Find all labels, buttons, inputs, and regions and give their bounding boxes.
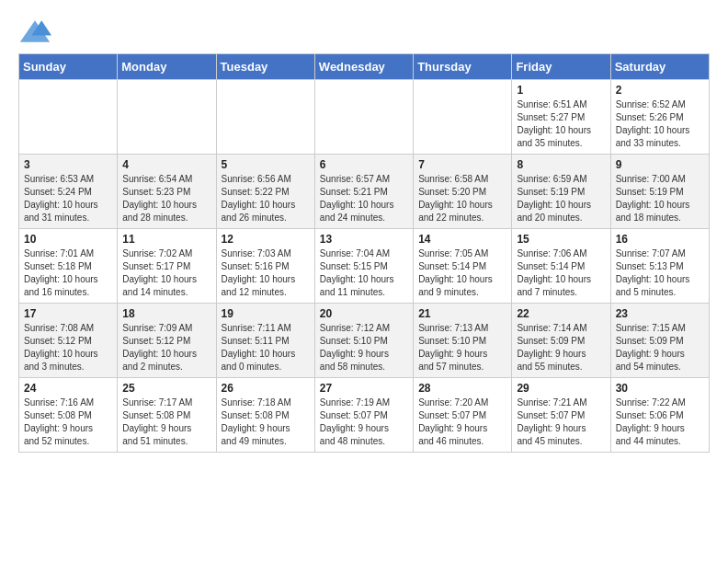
day-number: 12 [222, 233, 310, 246]
day-info: Sunrise: 7:15 AM Sunset: 5:09 PM Dayligh… [616, 322, 704, 373]
day-info: Sunrise: 7:21 AM Sunset: 5:07 PM Dayligh… [517, 396, 605, 448]
day-info: Sunrise: 7:04 AM Sunset: 5:15 PM Dayligh… [320, 247, 408, 299]
day-info: Sunrise: 6:57 AM Sunset: 5:21 PM Dayligh… [320, 173, 408, 224]
day-number: 24 [24, 382, 112, 395]
day-number: 8 [517, 158, 605, 171]
day-info: Sunrise: 7:17 AM Sunset: 5:08 PM Dayligh… [122, 396, 210, 448]
calendar-cell: 9Sunrise: 7:00 AM Sunset: 5:19 PM Daylig… [610, 155, 709, 229]
weekday-header-wednesday: Wednesday [314, 54, 413, 80]
day-number: 19 [222, 307, 310, 320]
day-info: Sunrise: 7:20 AM Sunset: 5:07 PM Dayligh… [418, 396, 506, 448]
day-number: 3 [24, 158, 112, 171]
day-info: Sunrise: 6:54 AM Sunset: 5:23 PM Dayligh… [122, 173, 210, 224]
page-wrapper: SundayMondayTuesdayWednesdayThursdayFrid… [18, 18, 710, 453]
day-number: 15 [517, 233, 605, 246]
day-number: 30 [616, 382, 704, 395]
week-row-2: 3Sunrise: 6:53 AM Sunset: 5:24 PM Daylig… [19, 155, 710, 229]
day-info: Sunrise: 7:06 AM Sunset: 5:14 PM Dayligh… [517, 247, 605, 299]
day-info: Sunrise: 7:03 AM Sunset: 5:16 PM Dayligh… [222, 247, 310, 299]
day-info: Sunrise: 7:18 AM Sunset: 5:08 PM Dayligh… [222, 396, 310, 448]
day-info: Sunrise: 7:11 AM Sunset: 5:11 PM Dayligh… [222, 322, 310, 373]
day-number: 17 [24, 307, 112, 320]
calendar-cell: 21Sunrise: 7:13 AM Sunset: 5:10 PM Dayli… [414, 304, 512, 378]
day-number: 27 [320, 382, 408, 395]
day-number: 28 [418, 382, 506, 395]
calendar-cell: 28Sunrise: 7:20 AM Sunset: 5:07 PM Dayli… [414, 378, 512, 453]
day-number: 29 [517, 382, 605, 395]
calendar-cell: 5Sunrise: 6:56 AM Sunset: 5:22 PM Daylig… [216, 155, 314, 229]
calendar-cell: 3Sunrise: 6:53 AM Sunset: 5:24 PM Daylig… [19, 155, 118, 229]
calendar-cell: 27Sunrise: 7:19 AM Sunset: 5:07 PM Dayli… [314, 378, 413, 453]
calendar-cell: 1Sunrise: 6:51 AM Sunset: 5:27 PM Daylig… [512, 80, 610, 155]
day-info: Sunrise: 6:58 AM Sunset: 5:20 PM Dayligh… [418, 173, 506, 224]
weekday-header-thursday: Thursday [414, 54, 512, 80]
day-info: Sunrise: 7:09 AM Sunset: 5:12 PM Dayligh… [122, 322, 210, 373]
calendar-cell: 25Sunrise: 7:17 AM Sunset: 5:08 PM Dayli… [118, 378, 216, 453]
calendar-cell: 20Sunrise: 7:12 AM Sunset: 5:10 PM Dayli… [314, 304, 413, 378]
calendar-cell: 7Sunrise: 6:58 AM Sunset: 5:20 PM Daylig… [414, 155, 512, 229]
calendar-cell: 14Sunrise: 7:05 AM Sunset: 5:14 PM Dayli… [414, 229, 512, 304]
day-info: Sunrise: 7:16 AM Sunset: 5:08 PM Dayligh… [24, 396, 112, 448]
day-number: 18 [122, 307, 210, 320]
day-number: 14 [418, 233, 506, 246]
calendar-cell: 24Sunrise: 7:16 AM Sunset: 5:08 PM Dayli… [19, 378, 118, 453]
calendar-cell: 18Sunrise: 7:09 AM Sunset: 5:12 PM Dayli… [118, 304, 216, 378]
day-number: 4 [122, 158, 210, 171]
calendar-cell [314, 80, 413, 155]
weekday-header-tuesday: Tuesday [216, 54, 314, 80]
calendar-cell: 11Sunrise: 7:02 AM Sunset: 5:17 PM Dayli… [118, 229, 216, 304]
day-info: Sunrise: 6:56 AM Sunset: 5:22 PM Dayligh… [222, 173, 310, 224]
calendar-cell: 16Sunrise: 7:07 AM Sunset: 5:13 PM Dayli… [610, 229, 709, 304]
day-info: Sunrise: 7:02 AM Sunset: 5:17 PM Dayligh… [122, 247, 210, 299]
day-number: 22 [517, 307, 605, 320]
weekday-header-row: SundayMondayTuesdayWednesdayThursdayFrid… [19, 54, 710, 80]
day-number: 26 [222, 382, 310, 395]
calendar-cell: 23Sunrise: 7:15 AM Sunset: 5:09 PM Dayli… [610, 304, 709, 378]
calendar-table: SundayMondayTuesdayWednesdayThursdayFrid… [18, 53, 710, 453]
calendar-cell: 4Sunrise: 6:54 AM Sunset: 5:23 PM Daylig… [118, 155, 216, 229]
calendar-cell: 2Sunrise: 6:52 AM Sunset: 5:26 PM Daylig… [610, 80, 709, 155]
day-number: 9 [616, 158, 704, 171]
logo [18, 18, 57, 44]
calendar-cell [19, 80, 118, 155]
calendar-cell: 19Sunrise: 7:11 AM Sunset: 5:11 PM Dayli… [216, 304, 314, 378]
day-info: Sunrise: 7:07 AM Sunset: 5:13 PM Dayligh… [616, 247, 704, 299]
day-number: 20 [320, 307, 408, 320]
day-info: Sunrise: 7:22 AM Sunset: 5:06 PM Dayligh… [616, 396, 704, 448]
weekday-header-sunday: Sunday [19, 54, 118, 80]
day-info: Sunrise: 7:14 AM Sunset: 5:09 PM Dayligh… [517, 322, 605, 373]
day-info: Sunrise: 7:19 AM Sunset: 5:07 PM Dayligh… [320, 396, 408, 448]
day-number: 6 [320, 158, 408, 171]
day-info: Sunrise: 6:51 AM Sunset: 5:27 PM Dayligh… [517, 98, 605, 150]
calendar-cell: 17Sunrise: 7:08 AM Sunset: 5:12 PM Dayli… [19, 304, 118, 378]
calendar-cell: 8Sunrise: 6:59 AM Sunset: 5:19 PM Daylig… [512, 155, 610, 229]
day-info: Sunrise: 7:01 AM Sunset: 5:18 PM Dayligh… [24, 247, 112, 299]
day-info: Sunrise: 7:12 AM Sunset: 5:10 PM Dayligh… [320, 322, 408, 373]
day-number: 1 [517, 84, 605, 97]
calendar-cell [414, 80, 512, 155]
day-number: 10 [24, 233, 112, 246]
day-info: Sunrise: 7:08 AM Sunset: 5:12 PM Dayligh… [24, 322, 112, 373]
day-number: 16 [616, 233, 704, 246]
weekday-header-monday: Monday [118, 54, 216, 80]
day-number: 13 [320, 233, 408, 246]
header [18, 18, 710, 44]
day-number: 23 [616, 307, 704, 320]
week-row-1: 1Sunrise: 6:51 AM Sunset: 5:27 PM Daylig… [19, 80, 710, 155]
day-number: 5 [222, 158, 310, 171]
day-number: 11 [122, 233, 210, 246]
day-info: Sunrise: 7:00 AM Sunset: 5:19 PM Dayligh… [616, 173, 704, 224]
calendar-cell: 30Sunrise: 7:22 AM Sunset: 5:06 PM Dayli… [610, 378, 709, 453]
day-info: Sunrise: 6:52 AM Sunset: 5:26 PM Dayligh… [616, 98, 704, 150]
day-number: 21 [418, 307, 506, 320]
week-row-4: 17Sunrise: 7:08 AM Sunset: 5:12 PM Dayli… [19, 304, 710, 378]
calendar-cell [118, 80, 216, 155]
calendar-cell: 29Sunrise: 7:21 AM Sunset: 5:07 PM Dayli… [512, 378, 610, 453]
day-number: 7 [418, 158, 506, 171]
day-number: 2 [616, 84, 704, 97]
week-row-3: 10Sunrise: 7:01 AM Sunset: 5:18 PM Dayli… [19, 229, 710, 304]
weekday-header-saturday: Saturday [610, 54, 709, 80]
week-row-5: 24Sunrise: 7:16 AM Sunset: 5:08 PM Dayli… [19, 378, 710, 453]
calendar-cell: 6Sunrise: 6:57 AM Sunset: 5:21 PM Daylig… [314, 155, 413, 229]
calendar-cell: 10Sunrise: 7:01 AM Sunset: 5:18 PM Dayli… [19, 229, 118, 304]
